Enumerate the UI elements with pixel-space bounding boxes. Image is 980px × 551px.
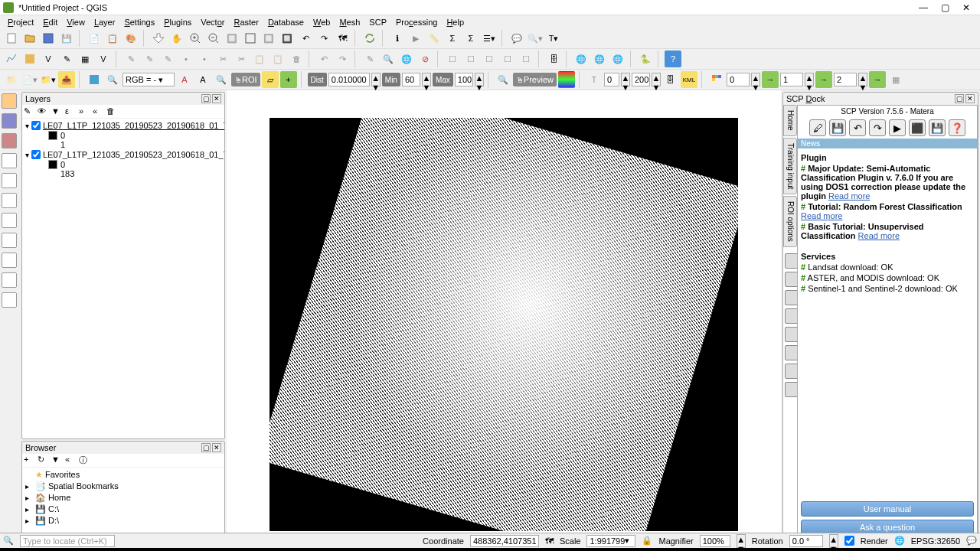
scp-close-button[interactable]: ✕ bbox=[965, 94, 975, 103]
preview-zoom-button[interactable]: 🔍 bbox=[495, 71, 511, 88]
python-console-button[interactable]: 🐍 bbox=[637, 51, 654, 67]
browser-collapse-icon[interactable]: « bbox=[65, 455, 76, 465]
scp-tool-5[interactable]: ▶ bbox=[889, 119, 906, 136]
scp-tool-6[interactable]: ⬛ bbox=[909, 119, 926, 136]
messages-icon[interactable]: 💬 bbox=[966, 536, 977, 546]
add-vector-button[interactable] bbox=[3, 51, 20, 67]
paste-features-button[interactable]: 📋 bbox=[270, 51, 286, 67]
crs-icon[interactable]: 🌐 bbox=[894, 536, 905, 546]
show-tips-button[interactable]: 💬 bbox=[508, 30, 525, 47]
user-manual-button[interactable]: User manual bbox=[801, 501, 974, 517]
layer-remove-icon[interactable]: 🗑 bbox=[106, 106, 117, 117]
layers-float-button[interactable]: ▢ bbox=[201, 94, 211, 103]
menu-edit[interactable]: Edit bbox=[38, 17, 62, 28]
trash-button[interactable]: 🗑 bbox=[288, 51, 305, 67]
lock-scale-icon[interactable]: 🔒 bbox=[642, 536, 652, 546]
scp-tab-home[interactable]: Home bbox=[783, 105, 797, 136]
scp-float-button[interactable]: ▢ bbox=[955, 94, 964, 103]
kml-button[interactable]: KML bbox=[681, 71, 697, 88]
roi-poly-button[interactable]: ▱ bbox=[262, 71, 279, 88]
refresh-button[interactable] bbox=[361, 30, 378, 47]
cut-features-button[interactable]: ✂ bbox=[233, 51, 250, 67]
dist-spinner[interactable]: ▲▼ bbox=[371, 73, 381, 86]
read-more-link-2[interactable]: Read more bbox=[801, 211, 842, 220]
browser-item-d-drive[interactable]: ▸💾D:\ bbox=[24, 515, 223, 527]
toggle-edit-button[interactable]: ✎ bbox=[122, 51, 139, 67]
zoom-layer-button[interactable]: 🔲 bbox=[279, 30, 296, 47]
grid2-input[interactable]: 1 bbox=[780, 73, 803, 86]
scp-tool-2[interactable]: 💾 bbox=[829, 119, 846, 136]
wms-icon[interactable] bbox=[2, 253, 17, 268]
min-spinner[interactable]: ▲▼ bbox=[422, 73, 431, 86]
wcs-icon[interactable] bbox=[2, 272, 17, 288]
pan-map-button[interactable] bbox=[150, 30, 167, 47]
roi-add-button[interactable]: + bbox=[280, 71, 297, 88]
max-input[interactable]: 100 bbox=[455, 73, 473, 86]
new-shapefile-button[interactable]: V bbox=[40, 51, 57, 67]
edit-pencil-button[interactable]: ✎ bbox=[58, 51, 75, 67]
scp-zoom-button[interactable]: 🔍 bbox=[104, 71, 121, 88]
undo-button[interactable]: ↶ bbox=[315, 51, 332, 67]
mesh-layer-icon[interactable] bbox=[2, 133, 17, 148]
scp-tool-8[interactable]: ❓ bbox=[949, 119, 965, 136]
raster-layer-icon[interactable] bbox=[2, 113, 17, 129]
layer-item-0[interactable]: ▾ LE07_L1TP_121035_20190523_20190618_01_… bbox=[24, 120, 223, 131]
menu-help[interactable]: Help bbox=[442, 17, 469, 28]
text-annotation-button[interactable]: T▾ bbox=[545, 30, 562, 47]
arrow3-button[interactable]: → bbox=[869, 71, 886, 88]
help-button[interactable]: ? bbox=[665, 51, 681, 67]
menu-plugins[interactable]: Plugins bbox=[159, 17, 196, 28]
menu-web[interactable]: Web bbox=[309, 17, 335, 28]
zoom-next-button[interactable]: ↷ bbox=[315, 30, 332, 47]
browser-props-icon[interactable]: ⓘ bbox=[79, 455, 90, 465]
grid-palette-button[interactable] bbox=[708, 71, 725, 88]
identify-button[interactable]: ℹ bbox=[389, 30, 406, 47]
locator-input[interactable]: Type to locate (Ctrl+K) bbox=[20, 535, 115, 547]
layer-add-icon[interactable]: 👁 bbox=[38, 106, 48, 117]
spatialite-icon[interactable] bbox=[2, 193, 17, 208]
menu-view[interactable]: View bbox=[62, 17, 90, 28]
move-feature-button[interactable]: • bbox=[178, 51, 194, 67]
menu-settings[interactable]: Settings bbox=[119, 17, 159, 28]
scp-export-button[interactable]: 📤 bbox=[58, 71, 75, 88]
calc-button[interactable]: Σ bbox=[462, 30, 479, 47]
grid2-spinner[interactable]: ▲▼ bbox=[805, 73, 814, 86]
t-spinner[interactable]: ▲▼ bbox=[621, 73, 630, 86]
s-input[interactable]: 200 bbox=[632, 73, 650, 86]
select-all-button[interactable]: ☐ bbox=[499, 51, 516, 67]
select-by-value-button[interactable]: ☐ bbox=[462, 51, 479, 67]
measure-button[interactable]: 📏 bbox=[426, 30, 443, 47]
grid3-spinner[interactable]: ▲▼ bbox=[858, 73, 867, 86]
read-more-link-3[interactable]: Read more bbox=[858, 231, 900, 240]
invert-selection-button[interactable]: ☐ bbox=[518, 51, 534, 67]
scp-tab-training[interactable]: Training input bbox=[783, 138, 797, 194]
mssql-icon[interactable] bbox=[2, 213, 17, 228]
layers-close-button[interactable]: ✕ bbox=[212, 94, 221, 103]
browser-add-icon[interactable]: + bbox=[24, 455, 34, 465]
browser-float-button[interactable]: ▢ bbox=[201, 443, 211, 452]
t-input[interactable]: 0 bbox=[604, 73, 619, 86]
new-layer-button[interactable]: V bbox=[95, 51, 112, 67]
min-input[interactable]: 60 bbox=[402, 73, 420, 86]
rotation-input[interactable]: 0.0 ° bbox=[789, 535, 823, 547]
rgb-select[interactable]: RGB = - ▾ bbox=[122, 73, 175, 86]
scp-input-button[interactable] bbox=[86, 71, 103, 88]
layer-visibility-checkbox[interactable] bbox=[31, 121, 41, 130]
osm-button[interactable]: 🌐 bbox=[398, 51, 415, 67]
scp-new-button[interactable]: 📄▾ bbox=[21, 71, 38, 88]
wms-button[interactable]: 🌐 bbox=[609, 51, 626, 67]
close-button[interactable]: ✕ bbox=[956, 1, 977, 15]
save-as-button[interactable]: 💾 bbox=[58, 30, 75, 47]
metasearch-button[interactable]: 🌐 bbox=[573, 51, 590, 67]
new-map-view-button[interactable]: 🗺 bbox=[334, 30, 351, 47]
menu-vector[interactable]: Vector bbox=[196, 17, 229, 28]
action-button[interactable]: ▶ bbox=[407, 30, 424, 47]
arrow2-button[interactable]: → bbox=[815, 71, 832, 88]
browser-item-bookmarks[interactable]: ▸📑Spatial Bookmarks bbox=[24, 481, 223, 492]
grid1-spinner[interactable]: ▲▼ bbox=[751, 73, 760, 86]
scp-tool-1[interactable]: 🖊 bbox=[809, 119, 826, 136]
edit-grid-button[interactable]: ▦ bbox=[77, 51, 93, 67]
copy-features-button[interactable]: 📋 bbox=[251, 51, 268, 67]
magnifier-spinner[interactable]: ▲▼ bbox=[737, 534, 746, 548]
browser-refresh-icon[interactable]: ↻ bbox=[38, 455, 48, 465]
